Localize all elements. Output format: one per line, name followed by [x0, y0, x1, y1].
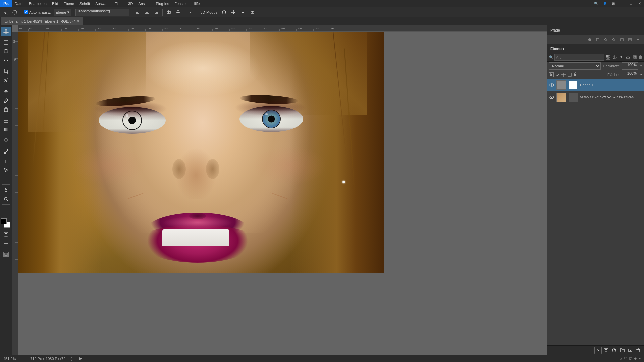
extras-btn[interactable]: ···: [1, 206, 11, 215]
align-left-btn[interactable]: [133, 8, 142, 16]
panel-icon-square[interactable]: [594, 36, 601, 43]
pan-3d-btn[interactable]: [229, 8, 237, 16]
healing-tool-btn[interactable]: [1, 87, 11, 96]
panel-icon-expand[interactable]: [627, 36, 633, 43]
menu-3d[interactable]: 3D: [125, 0, 136, 7]
search-global-btn[interactable]: 🔍: [592, 0, 600, 7]
color-swatches[interactable]: [1, 218, 11, 229]
move-home-btn[interactable]: ⌂: [11, 8, 19, 16]
dist-h-btn[interactable]: [165, 8, 173, 16]
menu-ansicht[interactable]: Ansicht: [136, 0, 153, 7]
lock-position-btn[interactable]: [561, 72, 566, 77]
lock-transparency-btn[interactable]: [549, 72, 554, 77]
user-btn[interactable]: 👤: [600, 0, 609, 7]
more-options-btn[interactable]: ···: [186, 8, 195, 16]
layer-item[interactable]: Ebene 1: [547, 79, 644, 91]
magic-wand-tool-btn[interactable]: [1, 56, 11, 65]
layer-mask-thumb-2[interactable]: [569, 93, 578, 102]
dodge-tool-btn[interactable]: [1, 136, 11, 145]
lock-image-btn[interactable]: [555, 72, 560, 77]
text-tool-btn[interactable]: T: [1, 157, 11, 165]
panel-icon-diamond[interactable]: [602, 36, 609, 43]
status-icon-2[interactable]: ⬚: [624, 357, 627, 360]
menu-ebene[interactable]: Ebene: [61, 0, 77, 7]
artboard-btn[interactable]: [1, 250, 11, 259]
delete-layer-btn[interactable]: [635, 347, 642, 354]
clone-tool-btn[interactable]: [1, 105, 11, 114]
layer-mask-thumb[interactable]: [569, 80, 578, 90]
menu-fenster[interactable]: Fenster: [172, 0, 190, 7]
dist-v-btn[interactable]: [174, 8, 182, 16]
menu-auswahl[interactable]: Auswahl: [93, 0, 112, 7]
status-icon-4[interactable]: ⊕: [634, 357, 637, 360]
shape-tool-btn[interactable]: [1, 175, 11, 183]
filter-smart-btn[interactable]: [632, 54, 637, 60]
filter-toggle-btn[interactable]: [639, 55, 642, 59]
transform-input[interactable]: Transformationsstrg.: [75, 9, 129, 16]
move-tool-btn[interactable]: [1, 27, 11, 36]
eyedropper-tool-btn[interactable]: [1, 76, 11, 85]
path-selection-btn[interactable]: [1, 166, 11, 174]
layer-mode-dropdown[interactable]: Ebene ▾: [54, 9, 71, 16]
zoom-tool-btn[interactable]: [1, 195, 11, 203]
opacity-value[interactable]: 100%: [622, 62, 638, 70]
pen-tool-btn[interactable]: [1, 147, 11, 156]
add-mask-btn[interactable]: [602, 347, 610, 354]
fg-color-swatch[interactable]: [1, 218, 7, 224]
layer-fx-btn[interactable]: fx: [594, 347, 602, 354]
crop-tool-btn[interactable]: [1, 67, 11, 76]
maximize-btn[interactable]: □: [627, 0, 635, 7]
quick-mask-btn[interactable]: [1, 230, 11, 239]
status-icon-5[interactable]: ≡: [639, 357, 641, 360]
add-layer-btn[interactable]: [627, 347, 634, 354]
panel-icon-arr-right[interactable]: [619, 36, 625, 43]
minimize-btn[interactable]: —: [618, 0, 627, 7]
zoom-3d-btn[interactable]: [239, 8, 247, 16]
fill-value[interactable]: 100%: [622, 71, 638, 78]
slide-3d-btn[interactable]: [248, 8, 256, 16]
pfade-tab[interactable]: Pfade: [547, 25, 644, 35]
menu-bild[interactable]: Bild: [49, 0, 61, 7]
hand-tool-btn[interactable]: [1, 186, 11, 194]
brush-tool-btn[interactable]: [1, 96, 11, 105]
status-icon-3[interactable]: ◱: [629, 357, 632, 360]
arrange-btn[interactable]: ⊞: [609, 0, 618, 7]
layer-visibility-toggle[interactable]: [549, 95, 554, 100]
status-icon-1[interactable]: fx: [619, 357, 622, 360]
menu-schrift[interactable]: Schrift: [77, 0, 93, 7]
layers-search-input[interactable]: [554, 54, 604, 61]
document-tab[interactable]: Unbenannt-1 bei 452% (Ebene 1, RGB/8) * …: [1, 17, 83, 25]
screen-mode-btn[interactable]: [1, 241, 11, 250]
menu-bearbeiten[interactable]: Bearbeiten: [26, 0, 49, 7]
menu-plugins[interactable]: Plug-ins: [153, 0, 172, 7]
menu-datei[interactable]: Datei: [12, 0, 26, 7]
layer-item[interactable]: 09265c211e010a725e3ba4623a92b5b6: [547, 91, 644, 103]
opacity-chevron[interactable]: ▾: [640, 64, 642, 68]
marquee-tool-btn[interactable]: [1, 38, 11, 47]
menu-hilfe[interactable]: Hilfe: [190, 0, 202, 7]
rotate-3d-btn[interactable]: [220, 8, 228, 16]
panel-icon-diamond2[interactable]: [610, 36, 617, 43]
lasso-tool-btn[interactable]: [1, 47, 11, 56]
gradient-tool-btn[interactable]: [1, 125, 11, 134]
filter-text-btn[interactable]: T: [619, 54, 624, 60]
align-right-btn[interactable]: [152, 8, 160, 16]
eraser-tool-btn[interactable]: [1, 116, 11, 125]
filter-adj-btn[interactable]: [612, 54, 618, 60]
add-adjustment-btn[interactable]: [610, 347, 618, 354]
layer-visibility-toggle[interactable]: [549, 82, 554, 88]
close-btn[interactable]: ✕: [635, 0, 644, 7]
align-center-btn[interactable]: [143, 8, 151, 16]
filter-pixel-btn[interactable]: [605, 54, 611, 60]
filter-shape-btn[interactable]: [625, 54, 631, 60]
tab-close-btn[interactable]: ×: [77, 19, 79, 23]
panel-icon-collapse[interactable]: [635, 36, 641, 43]
panel-icon-circle[interactable]: [586, 36, 593, 43]
menu-filter[interactable]: Filter: [112, 0, 125, 7]
blend-mode-select[interactable]: Normal Multiplizieren Bildschirm: [549, 62, 601, 70]
status-arrow[interactable]: ▶: [79, 356, 82, 361]
lock-artboard-btn[interactable]: [567, 72, 572, 77]
add-group-btn[interactable]: [619, 347, 626, 354]
auto-select-check[interactable]: [24, 10, 28, 14]
auto-select-checkbox[interactable]: Autom. ausw.: [23, 10, 53, 14]
